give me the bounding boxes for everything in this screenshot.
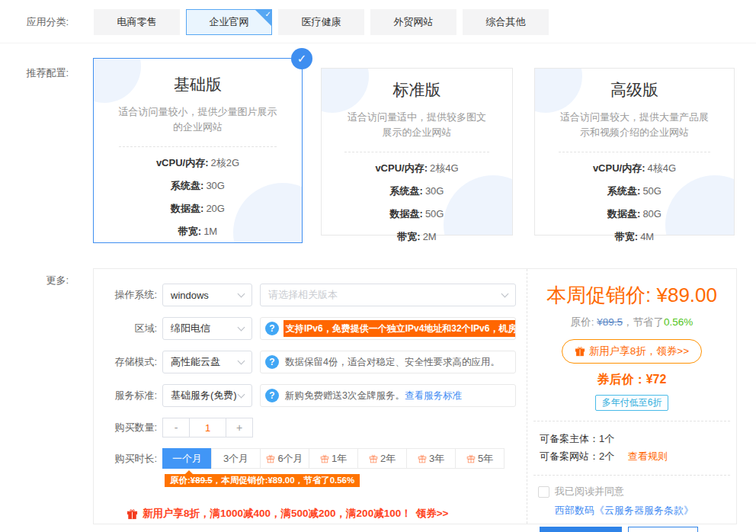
duration-option-1-year[interactable]: 1年 bbox=[309, 448, 358, 469]
spec-bandwidth: 带宽:1M bbox=[94, 225, 302, 239]
storage-label: 存储模式: bbox=[94, 355, 157, 369]
question-icon[interactable]: ? bbox=[265, 322, 279, 335]
plan-description: 适合访问量适中，提供较多图文展示的企业网站 bbox=[322, 110, 512, 140]
plan-name: 高级版 bbox=[535, 79, 734, 101]
duration-label: 购买时长: bbox=[94, 452, 157, 466]
agree-checkbox[interactable] bbox=[538, 486, 549, 498]
spec-data-disk: 数据盘:20G bbox=[94, 202, 302, 216]
icp-record-info: 可备案主体：1个 可备案网站：2个 查看规则 bbox=[527, 430, 736, 465]
plan-card-premium[interactable]: 高级版 适合访问量较大，提供大量产品展示和视频介绍的企业网站 vCPU/内存:4… bbox=[534, 68, 735, 236]
spec-cpu-memory: vCPU/内存:2核2G bbox=[94, 156, 302, 170]
save-percent: 0.56% bbox=[664, 316, 693, 328]
os-select[interactable]: windows bbox=[162, 284, 252, 306]
config-box: 操作系统: windows 请选择相关版本 区域: 绵阳电信 bbox=[93, 268, 737, 524]
storage-tip: 数据保留4份，适合对稳定、安全性要求高的应用。 bbox=[285, 356, 500, 369]
service-tip: 新购免费赠送3次金牌服务。查看服务标准 bbox=[285, 389, 462, 402]
spec-bandwidth: 带宽:4M bbox=[535, 230, 734, 244]
divider bbox=[533, 421, 730, 421]
cloud-server-config-page: 应用分类: 电商零售 企业官网 ✓ 医疗健康 外贸网站 综合其他 推荐配置: bbox=[0, 0, 756, 532]
trial-config-button[interactable]: 试用配置 bbox=[628, 527, 698, 532]
tab-label: 综合其他 bbox=[486, 15, 526, 29]
tab-medical-health[interactable]: 医疗健康 bbox=[278, 9, 364, 35]
get-coupon-link[interactable]: 领券>> bbox=[416, 507, 449, 521]
plan-description: 适合访问量较大，提供大量产品展示和视频介绍的企业网站 bbox=[535, 110, 734, 140]
gift-icon bbox=[127, 508, 138, 520]
agreement-row: 我已阅读并同意 bbox=[527, 485, 736, 498]
region-row: 区域: 绵阳电信 ? 支持IPv6，免费提供一个独立IPv4地址和32个IPv6… bbox=[94, 317, 527, 340]
os-select-value: windows bbox=[171, 290, 209, 301]
storage-help-box: ? 数据保留4份，适合对稳定、安全性要求高的应用。 bbox=[260, 351, 516, 373]
region-help-box: ? 支持IPv6，免费提供一个独立IPv4地址和32个IPv6，机房详情>> bbox=[260, 317, 516, 340]
tab-foreign-trade[interactable]: 外贸网站 bbox=[370, 9, 456, 35]
tab-label: 企业官网 bbox=[210, 15, 249, 29]
storage-row: 存储模式: 高性能云盘 ? 数据保留4份，适合对稳定、安全性要求高的应用。 bbox=[94, 351, 527, 373]
duration-row: 购买时长: 一个月 3个月 6个月 bbox=[94, 448, 527, 469]
os-row: 操作系统: windows 请选择相关版本 bbox=[94, 284, 527, 306]
config-form: 操作系统: windows 请选择相关版本 区域: 绵阳电信 bbox=[94, 269, 527, 524]
plan-card-standard[interactable]: 标准版 适合访问量适中，提供较多图文展示的企业网站 vCPU/内存:2核4G 系… bbox=[321, 68, 513, 236]
region-select-value: 绵阳电信 bbox=[171, 322, 210, 335]
question-icon[interactable]: ? bbox=[265, 355, 279, 369]
view-rules-link[interactable]: 查看规则 bbox=[628, 450, 668, 462]
weekly-promo-price: 本周促销价: ¥89.00 bbox=[527, 282, 736, 309]
tab-ecommerce-retail[interactable]: 电商零售 bbox=[94, 9, 180, 35]
service-terms-link[interactable]: 西部数码《云服务器服务条款》 bbox=[527, 504, 736, 518]
service-row: 服务标准: 基础服务(免费) ? 新购免费赠送3次金牌服务。查看服务标准 bbox=[94, 384, 527, 407]
region-label: 区域: bbox=[94, 322, 157, 335]
duration-option-3-years[interactable]: 3年 bbox=[406, 448, 456, 469]
action-buttons: 立即购买 试用配置 bbox=[527, 527, 736, 532]
tab-other[interactable]: 综合其他 bbox=[463, 9, 549, 35]
chevron-down-icon bbox=[238, 390, 245, 398]
gift-icon bbox=[575, 346, 585, 357]
duration-option-1-month[interactable]: 一个月 bbox=[162, 448, 212, 469]
duration-price-tooltip: 原价:¥89.5，本周促销价:¥89.00，节省了0.56% bbox=[165, 474, 360, 487]
service-select[interactable]: 基础服务(免费) bbox=[162, 384, 252, 407]
quantity-plus-button[interactable]: + bbox=[226, 418, 253, 437]
service-help-box: ? 新购免费赠送3次金牌服务。查看服务标准 bbox=[260, 384, 516, 407]
os-version-placeholder: 请选择相关版本 bbox=[268, 288, 338, 302]
more-label: 更多: bbox=[25, 274, 69, 524]
original-price: ¥89.5 bbox=[597, 316, 623, 328]
gift-icon bbox=[466, 454, 476, 463]
tab-label: 外贸网站 bbox=[394, 15, 434, 29]
plan-description: 适合访问量较小，提供少量图片展示的企业网站 bbox=[94, 104, 302, 135]
chevron-down-icon bbox=[501, 290, 509, 297]
question-icon[interactable]: ? bbox=[265, 389, 279, 402]
more-config-section: 更多: 操作系统: windows 请选择相关版本 区域: bbox=[0, 268, 756, 524]
duration-option-6-months[interactable]: 6个月 bbox=[260, 448, 309, 469]
service-label: 服务标准: bbox=[94, 389, 157, 402]
new-user-promo-line: 新用户享8折，满1000减400，满500减200，满200减100！ 领券>> bbox=[127, 507, 527, 521]
original-price-line: 原价: ¥89.5，节省了0.56% bbox=[527, 316, 736, 329]
tab-corporate-website[interactable]: 企业官网 ✓ bbox=[186, 9, 272, 35]
os-label: 操作系统: bbox=[94, 288, 157, 302]
ipv6-promo-banner[interactable]: 支持IPv6，免费提供一个独立IPv4地址和32个IPv6，机房详情>> bbox=[284, 320, 516, 337]
region-select[interactable]: 绵阳电信 bbox=[162, 317, 252, 340]
plan-card-basic[interactable]: 基础版 适合访问量较小，提供少量图片展示的企业网站 vCPU/内存:2核2G 系… bbox=[93, 58, 303, 243]
after-coupon-price: 券后价：¥72 bbox=[527, 372, 736, 388]
app-category-label: 应用分类: bbox=[25, 15, 69, 29]
recommended-config-section: 推荐配置: 基础版 适合访问量较小，提供少量图片展示的企业网站 vCPU/内存:… bbox=[0, 58, 756, 243]
chevron-down-icon bbox=[238, 290, 245, 297]
selected-check-icon: ✓ bbox=[291, 48, 312, 69]
spec-system-disk: 系统盘:50G bbox=[535, 184, 734, 198]
duration-option-3-months[interactable]: 3个月 bbox=[211, 448, 261, 469]
plan-cards: 基础版 适合访问量较小，提供少量图片展示的企业网站 vCPU/内存:2核2G 系… bbox=[93, 58, 735, 243]
card-divider bbox=[119, 146, 277, 147]
new-user-coupon-button[interactable]: 新用户享8折，领券>> bbox=[562, 339, 702, 364]
selected-corner-check-icon: ✓ bbox=[255, 9, 272, 27]
record-subject-row: 可备案主体：1个 bbox=[540, 430, 736, 447]
buy-now-button[interactable]: 立即购买 bbox=[540, 527, 622, 532]
quantity-minus-button[interactable]: - bbox=[162, 418, 190, 437]
duration-option-2-years[interactable]: 2年 bbox=[357, 448, 407, 469]
duration-option-5-years[interactable]: 5年 bbox=[455, 448, 505, 469]
spec-cpu-memory: vCPU/内存:4核4G bbox=[535, 162, 734, 175]
storage-select[interactable]: 高性能云盘 bbox=[162, 351, 252, 373]
app-category-tabs: 电商零售 企业官网 ✓ 医疗健康 外贸网站 综合其他 bbox=[94, 9, 555, 35]
spec-system-disk: 系统盘:30G bbox=[94, 179, 302, 193]
multi-year-discount-badge: 多年付低至6折 bbox=[595, 395, 669, 411]
quantity-row: 购买数量: - 1 + bbox=[94, 418, 527, 437]
card-divider bbox=[344, 152, 489, 152]
quantity-value[interactable]: 1 bbox=[190, 418, 226, 437]
service-standard-link[interactable]: 查看服务标准 bbox=[405, 390, 462, 401]
os-version-select[interactable]: 请选择相关版本 bbox=[260, 284, 516, 306]
